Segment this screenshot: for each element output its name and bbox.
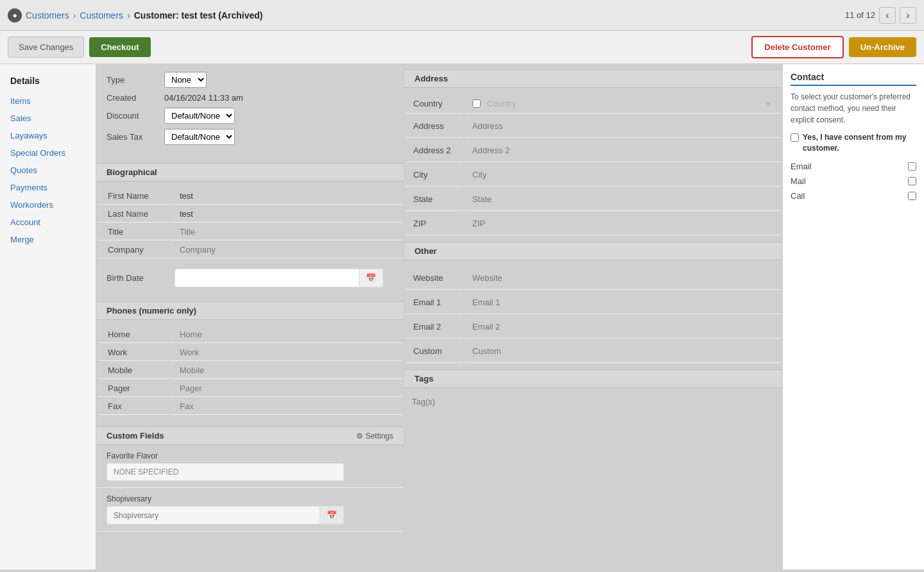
website-value[interactable] — [465, 267, 781, 290]
company-row: Company — [98, 242, 402, 258]
work-label: Work — [98, 344, 168, 361]
call-method-row: Call — [791, 191, 916, 201]
birth-date-input[interactable] — [175, 269, 359, 287]
breadcrumb-customers-2[interactable]: Customers — [80, 10, 123, 21]
sales-tax-label: Sales Tax — [107, 132, 164, 142]
mobile-input[interactable] — [180, 366, 392, 375]
email2-value[interactable] — [465, 315, 781, 339]
state-label: State — [406, 188, 463, 211]
calendar-icon[interactable]: 📅 — [359, 269, 382, 287]
zip-input[interactable] — [472, 216, 773, 231]
call-method-checkbox[interactable] — [908, 192, 916, 200]
sidebar-item-items[interactable]: Items — [0, 92, 96, 110]
main-layout: Details Items Sales Layaways Special Ord… — [0, 64, 924, 569]
col-left: Type None Created 04/16/2024 11:33 am Di… — [96, 64, 404, 569]
sidebar-item-sales[interactable]: Sales — [0, 110, 96, 127]
company-input[interactable] — [180, 245, 392, 255]
sidebar-item-workorders[interactable]: Workorders — [0, 196, 96, 214]
title-value[interactable] — [169, 224, 402, 240]
type-select[interactable]: None — [164, 72, 207, 88]
breadcrumb-customers-1[interactable]: Customers — [26, 10, 69, 21]
shopiversary-calendar-icon[interactable]: 📅 — [320, 507, 343, 524]
country-select[interactable]: Country — [484, 98, 773, 109]
discount-select[interactable]: Default/None — [164, 108, 235, 124]
custom-input[interactable] — [472, 344, 773, 358]
shopiversary-input[interactable] — [107, 507, 320, 524]
consent-checkbox[interactable] — [791, 133, 799, 142]
checkout-button[interactable]: Checkout — [89, 37, 150, 57]
address2-label: Address 2 — [406, 139, 463, 162]
save-changes-button[interactable]: Save Changes — [8, 37, 84, 58]
company-value[interactable] — [169, 242, 402, 258]
custom-fields-title: Custom Fields — [107, 431, 164, 441]
city-row: City — [406, 164, 781, 187]
home-value[interactable] — [169, 326, 402, 343]
unarchive-button[interactable]: Un-Archive — [849, 37, 916, 57]
custom-value[interactable] — [465, 340, 781, 363]
sidebar-item-merge[interactable]: Merge — [0, 231, 96, 248]
title-input[interactable] — [180, 227, 392, 237]
settings-link[interactable]: ⚙ Settings — [356, 432, 393, 441]
work-phone-row: Work — [98, 344, 402, 361]
prev-button[interactable]: ‹ — [879, 7, 896, 24]
fax-value[interactable] — [169, 398, 402, 415]
website-input[interactable] — [472, 271, 773, 285]
birth-date-row: Birth Date 📅 — [107, 264, 393, 292]
breadcrumb: Customers › Customers › Customer: test t… — [26, 10, 262, 21]
address2-input[interactable] — [472, 143, 773, 158]
company-label: Company — [98, 242, 168, 258]
city-value[interactable] — [465, 164, 781, 187]
discount-label: Discount — [107, 111, 164, 121]
zip-label: ZIP — [406, 212, 463, 235]
birth-date-label: Birth Date — [107, 273, 164, 283]
sidebar-item-layaways[interactable]: Layaways — [0, 127, 96, 144]
breadcrumb-sep-1: › — [73, 10, 76, 21]
email-method-label: Email — [791, 162, 812, 171]
discount-row: Discount Default/None — [107, 108, 393, 124]
sidebar-item-quotes[interactable]: Quotes — [0, 162, 96, 179]
favorite-flavor-label: Favorite Flavor — [107, 451, 393, 460]
state-value[interactable] — [465, 188, 781, 211]
city-input[interactable] — [472, 167, 773, 182]
home-label: Home — [98, 326, 168, 343]
mobile-value[interactable] — [169, 362, 402, 379]
sidebar-section-title: Details — [0, 72, 96, 92]
pager-input[interactable] — [180, 383, 392, 393]
country-label: Country — [406, 94, 463, 114]
email1-input[interactable] — [472, 295, 773, 310]
created-row: Created 04/16/2024 11:33 am — [107, 93, 393, 103]
zip-value[interactable] — [465, 212, 781, 235]
work-value[interactable] — [169, 344, 402, 361]
call-method-label: Call — [791, 191, 805, 201]
address1-value[interactable] — [465, 115, 781, 138]
state-input[interactable] — [472, 192, 773, 206]
next-button[interactable]: › — [900, 7, 916, 24]
mail-method-checkbox[interactable] — [908, 177, 916, 185]
type-value: None — [164, 72, 393, 88]
delete-customer-button[interactable]: Delete Customer — [751, 36, 843, 58]
pager-value[interactable] — [169, 380, 402, 397]
address1-label: Address — [406, 115, 463, 138]
email1-value[interactable] — [465, 291, 781, 314]
work-input[interactable] — [180, 348, 392, 357]
state-row: State — [406, 188, 781, 211]
address2-value[interactable] — [465, 139, 781, 162]
tags-input[interactable] — [404, 393, 782, 410]
sidebar-item-account[interactable]: Account — [0, 214, 96, 231]
custom-fields-section: Custom Fields ⚙ Settings Favorite Flavor… — [96, 426, 404, 532]
sidebar-item-payments[interactable]: Payments — [0, 179, 96, 196]
country-checkbox[interactable] — [472, 99, 481, 108]
sales-tax-select[interactable]: Default/None — [164, 129, 235, 145]
email2-input[interactable] — [472, 319, 773, 334]
biographical-header: Biographical — [96, 163, 404, 181]
custom-label: Custom — [406, 340, 463, 363]
sidebar-item-special-orders[interactable]: Special Orders — [0, 144, 96, 162]
home-input[interactable] — [180, 330, 392, 339]
address1-input[interactable] — [472, 119, 773, 133]
email-method-checkbox[interactable] — [908, 162, 916, 171]
consent-label: Yes, I have consent from my customer. — [803, 132, 916, 154]
breadcrumb-current: Customer: test test (Archived) — [134, 10, 263, 21]
fax-input[interactable] — [180, 401, 392, 411]
lastname-label: Last Name — [98, 206, 168, 223]
title-row: Title — [98, 224, 402, 240]
